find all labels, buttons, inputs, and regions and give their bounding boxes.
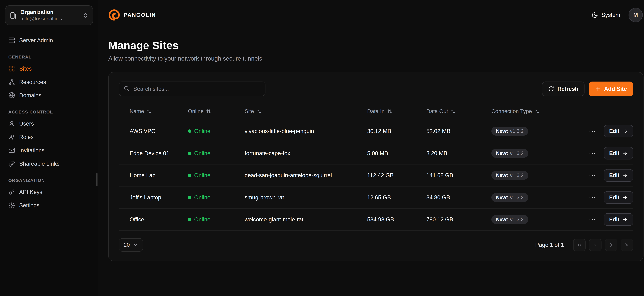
row-menu-button[interactable]: ⋯ bbox=[587, 149, 598, 158]
sidebar-item-label: Resources bbox=[19, 79, 46, 85]
column-header-name[interactable]: Name bbox=[130, 108, 188, 114]
edit-label: Edit bbox=[609, 150, 620, 156]
pagination: Page 1 of 1 bbox=[535, 239, 633, 251]
connection-type-cell: Newt v1.3.2 bbox=[491, 126, 575, 136]
organization-icon bbox=[10, 12, 16, 19]
refresh-button[interactable]: Refresh bbox=[542, 82, 584, 96]
site-name-cell: Home Lab bbox=[130, 172, 188, 178]
connection-type-cell: Newt v1.3.2 bbox=[491, 149, 575, 158]
previous-page-button[interactable] bbox=[589, 239, 602, 251]
sidebar-item-roles[interactable]: Roles bbox=[5, 130, 93, 144]
connection-name: Newt bbox=[496, 172, 508, 178]
chevrons-left-icon bbox=[576, 242, 582, 248]
row-menu-button[interactable]: ⋯ bbox=[587, 171, 598, 180]
sort-icon bbox=[206, 109, 211, 114]
table-row: Edge Device 01 Online fortunate-cape-fox… bbox=[119, 142, 633, 164]
site-name-cell: AWS VPC bbox=[130, 128, 188, 134]
edit-label: Edit bbox=[609, 172, 620, 178]
data-in-cell: 5.00 MB bbox=[367, 150, 426, 156]
page-info: Page 1 of 1 bbox=[535, 242, 564, 248]
online-status-dot bbox=[188, 218, 191, 221]
data-out-cell: 52.02 MB bbox=[426, 128, 491, 134]
column-header-data-out[interactable]: Data Out bbox=[426, 108, 491, 114]
data-out-cell: 780.12 GB bbox=[426, 216, 491, 223]
sidebar-item-invitations[interactable]: Invitations bbox=[5, 144, 93, 157]
page-title: Manage Sites bbox=[108, 39, 644, 52]
row-menu-button[interactable]: ⋯ bbox=[587, 215, 598, 224]
arrow-right-icon bbox=[622, 195, 628, 200]
sidebar-item-api-keys[interactable]: API Keys bbox=[5, 185, 93, 199]
theme-toggle[interactable]: System bbox=[592, 12, 620, 18]
sidebar-item-resources[interactable]: Resources bbox=[5, 75, 93, 89]
sort-icon bbox=[534, 109, 540, 114]
page-subtitle: Allow connectivity to your network throu… bbox=[108, 55, 644, 62]
arrow-right-icon bbox=[622, 128, 628, 134]
sidebar-item-label: Server Admin bbox=[19, 37, 53, 44]
sidebar-item-sites[interactable]: Sites bbox=[5, 62, 93, 75]
online-status-dot bbox=[188, 174, 191, 177]
site-name-cell: Jeff's Laptop bbox=[130, 194, 188, 201]
link-icon bbox=[8, 160, 15, 167]
column-header-site[interactable]: Site bbox=[244, 108, 367, 114]
data-in-cell: 30.12 MB bbox=[367, 128, 426, 134]
connection-version: v1.3.2 bbox=[510, 172, 524, 178]
table-row: Jeff's Laptop Online smug-brown-rat 12.6… bbox=[119, 186, 633, 209]
connection-version: v1.3.2 bbox=[510, 217, 524, 222]
connection-version: v1.3.2 bbox=[510, 128, 524, 134]
edit-button[interactable]: Edit bbox=[604, 169, 633, 182]
connection-type-cell: Newt v1.3.2 bbox=[491, 215, 575, 224]
search-input[interactable] bbox=[119, 82, 266, 96]
connection-name: Newt bbox=[496, 195, 508, 200]
sort-icon bbox=[146, 109, 152, 114]
row-actions: ⋯ Edit bbox=[587, 213, 633, 226]
add-site-button[interactable]: Add Site bbox=[589, 82, 633, 96]
org-selector[interactable]: Organization milo@fossorial.io's ... bbox=[5, 6, 93, 25]
column-label: Name bbox=[130, 108, 144, 114]
search-icon bbox=[124, 85, 130, 92]
sidebar-item-shareable-links[interactable]: Shareable Links bbox=[5, 157, 93, 170]
sites-grid-icon bbox=[8, 65, 15, 72]
column-header-connection-type[interactable]: Connection Type bbox=[491, 108, 575, 114]
waypoints-icon bbox=[8, 79, 15, 86]
row-menu-button[interactable]: ⋯ bbox=[587, 193, 598, 202]
row-menu-button[interactable]: ⋯ bbox=[587, 127, 598, 136]
page-head: Manage Sites Allow connectivity to your … bbox=[98, 30, 644, 64]
sidebar-item-label: Domains bbox=[19, 92, 41, 98]
edit-button[interactable]: Edit bbox=[604, 191, 633, 204]
sites-toolbar: Refresh Add Site bbox=[119, 82, 633, 96]
connection-name: Newt bbox=[496, 128, 508, 134]
site-status-cell: Online bbox=[188, 150, 244, 156]
sidebar-item-domains[interactable]: Domains bbox=[5, 88, 93, 102]
column-header-data-in[interactable]: Data In bbox=[367, 108, 426, 114]
sites-table-header: Name Online Site Data In bbox=[119, 103, 633, 120]
edit-button[interactable]: Edit bbox=[604, 147, 633, 160]
table-row: Home Lab Online dead-san-joaquin-antelop… bbox=[119, 164, 633, 187]
sites-table: Name Online Site Data In bbox=[119, 103, 633, 231]
site-tunnel-cell: smug-brown-rat bbox=[244, 194, 367, 201]
edit-button[interactable]: Edit bbox=[604, 213, 633, 226]
edit-button[interactable]: Edit bbox=[604, 125, 633, 138]
next-page-button[interactable] bbox=[605, 239, 617, 251]
sites-card: Refresh Add Site Name bbox=[108, 72, 644, 261]
sidebar-item-server-admin[interactable]: Server Admin bbox=[5, 34, 93, 47]
refresh-label: Refresh bbox=[558, 86, 578, 92]
online-status-label: Online bbox=[194, 128, 210, 134]
sidebar-item-label: API Keys bbox=[19, 189, 42, 195]
brand-name: PANGOLIN bbox=[124, 12, 156, 18]
column-header-online[interactable]: Online bbox=[188, 108, 244, 114]
gear-icon bbox=[8, 202, 15, 209]
org-title: Organization bbox=[20, 9, 79, 16]
last-page-button[interactable] bbox=[621, 239, 633, 251]
connection-type-badge: Newt v1.3.2 bbox=[491, 171, 528, 180]
sidebar-scrollbar-thumb[interactable] bbox=[96, 173, 98, 186]
chevrons-right-icon bbox=[624, 242, 630, 248]
sidebar-item-users[interactable]: Users bbox=[5, 117, 93, 130]
avatar[interactable]: M bbox=[628, 8, 643, 22]
page-size-select[interactable]: 20 bbox=[119, 238, 143, 252]
first-page-button[interactable] bbox=[573, 239, 586, 251]
connection-name: Newt bbox=[496, 150, 508, 156]
section-label-organization: ORGANIZATION bbox=[5, 178, 93, 183]
chevrons-up-down-icon bbox=[82, 12, 88, 18]
brand: PANGOLIN bbox=[108, 9, 156, 21]
sidebar-item-settings[interactable]: Settings bbox=[5, 199, 93, 212]
